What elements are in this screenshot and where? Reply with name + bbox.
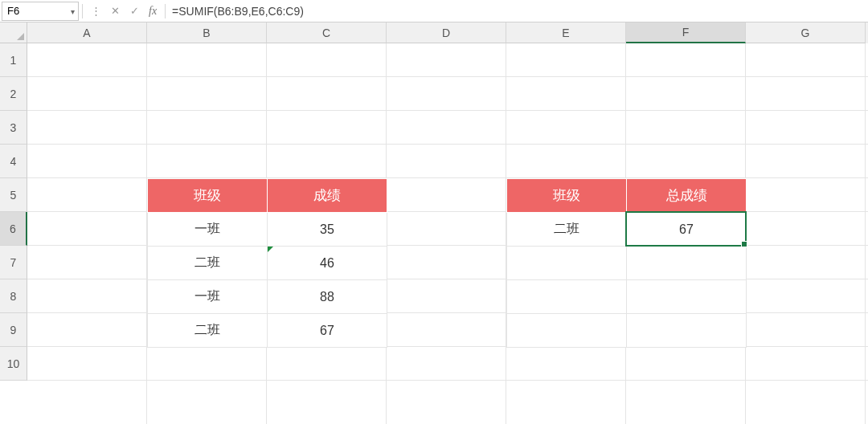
column-header-G[interactable]: G bbox=[746, 22, 866, 43]
cell-score[interactable]: 35 bbox=[268, 213, 387, 247]
row-headers: 12345678910 bbox=[0, 43, 27, 381]
row-header-1[interactable]: 1 bbox=[0, 43, 27, 77]
source-table[interactable]: 班级 成绩 一班35 二班46 一班88 二班67 bbox=[147, 178, 387, 348]
row-header-7[interactable]: 7 bbox=[0, 246, 27, 279]
row-header-8[interactable]: 8 bbox=[0, 279, 27, 313]
row-header-4[interactable]: 4 bbox=[0, 145, 27, 178]
row-header-9[interactable]: 9 bbox=[0, 313, 27, 347]
header-score[interactable]: 成绩 bbox=[268, 179, 387, 213]
cell-class[interactable] bbox=[507, 280, 627, 314]
column-header-F[interactable]: F bbox=[626, 22, 746, 43]
header-total[interactable]: 总成绩 bbox=[627, 179, 747, 213]
row-header-3[interactable]: 3 bbox=[0, 111, 27, 145]
column-headers: ABCDEFG bbox=[27, 22, 868, 43]
cell-score[interactable]: 67 bbox=[268, 314, 387, 348]
cell-class[interactable]: 一班 bbox=[148, 280, 268, 314]
cell-total[interactable] bbox=[627, 314, 747, 348]
cell-total[interactable]: 67 bbox=[627, 213, 747, 247]
row-header-2[interactable]: 2 bbox=[0, 77, 27, 111]
result-table[interactable]: 班级 总成绩 二班67 bbox=[506, 178, 747, 348]
name-box[interactable]: F6 ▾ bbox=[2, 2, 79, 21]
table-header-row: 班级 总成绩 bbox=[507, 179, 747, 213]
cell-total[interactable] bbox=[627, 280, 747, 314]
cancel-icon[interactable]: ✕ bbox=[105, 2, 125, 21]
table-row: 二班46 bbox=[148, 247, 387, 280]
divider bbox=[165, 4, 166, 18]
cell-class[interactable] bbox=[507, 314, 627, 348]
header-class[interactable]: 班级 bbox=[148, 179, 268, 213]
table-row: 二班67 bbox=[148, 314, 387, 348]
row-header-5[interactable]: 5 bbox=[0, 178, 27, 212]
table-row: 一班88 bbox=[148, 280, 387, 314]
column-header-C[interactable]: C bbox=[267, 22, 387, 43]
table-header-row: 班级 成绩 bbox=[148, 179, 387, 213]
row-header-6[interactable]: 6 bbox=[0, 212, 27, 246]
enter-icon[interactable]: ✓ bbox=[125, 2, 144, 21]
cells-area[interactable]: 班级 成绩 一班35 二班46 一班88 二班67 班级 总成绩 二班67 bbox=[27, 43, 868, 424]
cell-class[interactable]: 二班 bbox=[148, 247, 268, 280]
header-class[interactable]: 班级 bbox=[507, 179, 627, 213]
table-row: 二班67 bbox=[507, 213, 747, 247]
cell-reference: F6 bbox=[7, 5, 19, 17]
cell-total[interactable] bbox=[627, 247, 747, 280]
cell-class[interactable]: 二班 bbox=[507, 213, 627, 247]
cell-score[interactable]: 88 bbox=[268, 280, 387, 314]
table-row bbox=[507, 247, 747, 280]
column-header-B[interactable]: B bbox=[147, 22, 267, 43]
cell-score[interactable]: 46 bbox=[268, 247, 387, 280]
drag-handle-icon[interactable]: ⋮ bbox=[86, 2, 105, 21]
divider bbox=[82, 4, 83, 18]
spreadsheet-grid[interactable]: ABCDEFG 12345678910 班级 成绩 一班35 二班46 一班88… bbox=[0, 22, 868, 424]
formula-input[interactable] bbox=[169, 2, 868, 21]
table-row bbox=[507, 280, 747, 314]
column-header-E[interactable]: E bbox=[506, 22, 626, 43]
table-row bbox=[507, 314, 747, 348]
row-header-10[interactable]: 10 bbox=[0, 347, 27, 381]
formula-bar: F6 ▾ ⋮ ✕ ✓ fx bbox=[0, 0, 868, 22]
cell-class[interactable] bbox=[507, 247, 627, 280]
column-header-D[interactable]: D bbox=[387, 22, 506, 43]
cell-class[interactable]: 二班 bbox=[148, 314, 268, 348]
table-row: 一班35 bbox=[148, 213, 387, 247]
cell-class[interactable]: 一班 bbox=[148, 213, 268, 247]
name-box-dropdown-icon[interactable]: ▾ bbox=[71, 6, 75, 15]
cell-layer: 班级 成绩 一班35 二班46 一班88 二班67 班级 总成绩 二班67 bbox=[27, 43, 868, 424]
column-header-A[interactable]: A bbox=[27, 22, 147, 43]
select-all-corner[interactable] bbox=[0, 22, 27, 43]
fx-label[interactable]: fx bbox=[144, 5, 162, 18]
